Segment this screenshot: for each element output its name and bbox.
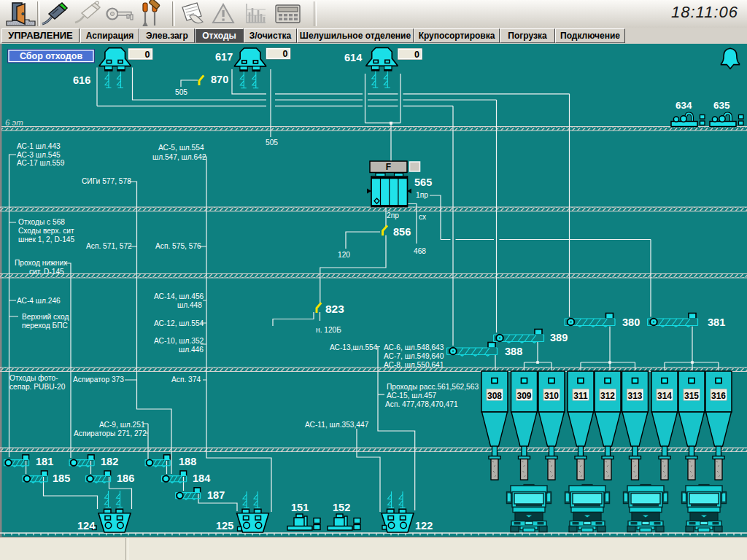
svg-text:АС-13,шл.554: АС-13,шл.554 [330,343,378,351]
svg-text:308: 308 [487,391,502,401]
svg-text:шл.448: шл.448 [177,301,202,309]
svg-text:124: 124 [77,520,95,532]
svg-text:505: 505 [266,139,278,147]
svg-text:823: 823 [325,303,344,315]
svg-text:125: 125 [216,520,233,532]
svg-text:Отходы с 568: Отходы с 568 [18,218,65,226]
svg-text:Проходы расс.561,562,563: Проходы расс.561,562,563 [387,383,479,391]
svg-text:856: 856 [393,226,411,238]
svg-text:сит, D-145: сит, D-145 [29,268,64,276]
svg-text:сх: сх [419,213,426,221]
svg-text:310: 310 [544,391,559,401]
svg-text:СИГи 577, 578: СИГи 577, 578 [82,177,131,185]
svg-text:АС-17 шл.559: АС-17 шл.559 [17,159,65,167]
svg-text:АС-6, шл.548,643: АС-6, шл.548,643 [384,343,444,351]
svg-text:187: 187 [207,489,225,501]
svg-text:186: 186 [117,472,134,484]
svg-text:АС-7, шл.549,640: АС-7, шл.549,640 [384,352,444,360]
svg-text:614: 614 [344,52,362,63]
svg-text:Сходы верх. сит: Сходы верх. сит [18,227,74,235]
svg-text:АС-9, шл.251: АС-9, шл.251 [99,421,145,429]
svg-text:0: 0 [145,50,150,60]
svg-text:381: 381 [708,316,725,328]
svg-text:Асп. 477,478,470,471: Асп. 477,478,470,471 [385,400,458,408]
svg-text:АС-5, шл.554: АС-5, шл.554 [158,144,204,152]
svg-text:314: 314 [657,391,672,401]
svg-text:Верхний сход: Верхний сход [22,313,69,321]
svg-text:565: 565 [414,176,432,188]
svg-text:н. 120Б: н. 120Б [316,326,341,334]
svg-text:Отходы фото-: Отходы фото- [9,374,58,382]
svg-text:Асп. 575, 576: Асп. 575, 576 [155,242,201,250]
svg-text:Сбор отходов: Сбор отходов [20,51,82,61]
svg-text:АС-3 шл.545: АС-3 шл.545 [17,151,61,159]
svg-text:Аспираторы 271, 272: Аспираторы 271, 272 [74,429,147,438]
svg-text:151: 151 [291,502,309,513]
svg-text:шнек 1, 2, D-145: шнек 1, 2, D-145 [18,236,74,244]
svg-text:312: 312 [600,391,615,401]
svg-text:184: 184 [193,472,210,484]
svg-text:152: 152 [333,502,350,513]
svg-text:468: 468 [414,247,426,255]
svg-text:380: 380 [622,316,640,328]
svg-text:шл.547, шл.642: шл.547, шл.642 [152,153,206,161]
svg-text:181: 181 [36,456,53,467]
svg-text:182: 182 [101,456,118,467]
svg-text:309: 309 [516,391,531,401]
svg-text:635: 635 [713,100,730,111]
svg-text:122: 122 [415,520,433,532]
svg-text:АС-12, шл.554: АС-12, шл.554 [154,319,204,327]
svg-text:311: 311 [573,391,588,401]
svg-text:0: 0 [414,50,419,60]
svg-text:388: 388 [505,346,522,357]
svg-text:F: F [386,162,391,172]
svg-text:313: 313 [627,391,642,401]
svg-text:шл.446: шл.446 [179,346,204,354]
svg-text:переход БПС: переход БПС [22,322,68,330]
svg-text:Асп. 571, 572: Асп. 571, 572 [86,242,132,250]
svg-text:Проход нижних: Проход нижних [15,259,67,267]
svg-text:616: 616 [73,74,90,86]
svg-text:сепар. PUBU-20: сепар. PUBU-20 [9,383,66,391]
svg-text:188: 188 [179,456,196,467]
svg-text:389: 389 [550,332,568,343]
svg-text:АС-14, шл.456: АС-14, шл.456 [154,292,204,300]
svg-text:120: 120 [338,251,350,259]
svg-text:6 эт: 6 эт [5,118,23,127]
svg-text:315: 315 [684,391,699,401]
svg-text:АС-15, шл.457: АС-15, шл.457 [387,392,437,400]
svg-text:АС-8, шл.550,641: АС-8, шл.550,641 [384,361,444,369]
svg-text:Аспиратор 373: Аспиратор 373 [73,376,124,384]
svg-text:АС-10, шл.352: АС-10, шл.352 [154,337,204,345]
svg-text:2пр: 2пр [387,211,399,219]
svg-text:АС-4 шл.246: АС-4 шл.246 [17,297,61,305]
svg-text:505: 505 [175,88,187,96]
svg-text:1пр: 1пр [416,191,428,199]
svg-text:0: 0 [283,49,288,59]
svg-text:316: 316 [711,391,726,401]
svg-text:Асп. 374: Асп. 374 [171,376,201,384]
svg-text:АС-1 шл.443: АС-1 шл.443 [17,142,61,150]
svg-text:870: 870 [211,74,228,85]
svg-text:АС-11, шл.353,447: АС-11, шл.353,447 [305,421,369,429]
svg-text:617: 617 [215,51,233,63]
svg-text:634: 634 [676,100,692,111]
svg-text:185: 185 [53,472,70,484]
